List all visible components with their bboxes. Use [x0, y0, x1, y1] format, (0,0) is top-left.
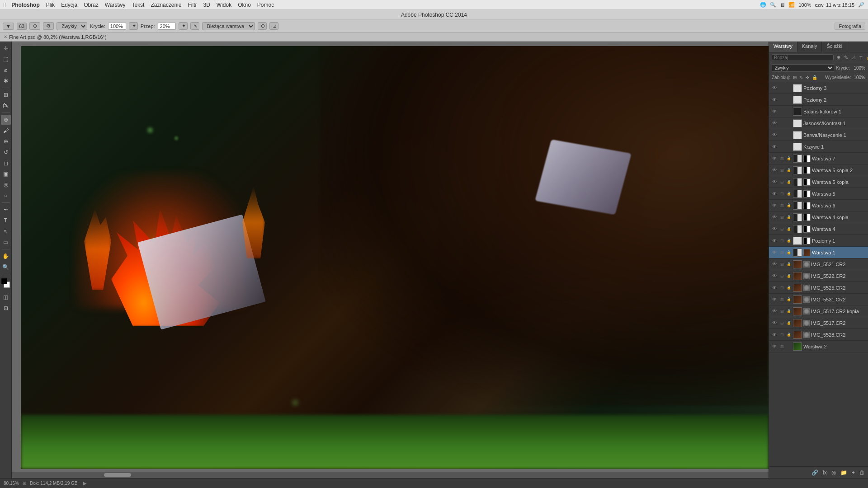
layer-row[interactable]: 👁⊞🔒Poziomy 1: [769, 235, 868, 247]
menu-plik[interactable]: Plik: [46, 2, 55, 8]
layer-row[interactable]: 👁⊞🔒IMG_5517.CR2 kopia: [769, 305, 868, 317]
eraser-tool[interactable]: ◻: [1, 158, 11, 168]
new-group-btn[interactable]: 📁: [839, 469, 849, 476]
tab-sciezki[interactable]: Ścieżki: [822, 42, 847, 52]
hscroll-thumb[interactable]: [104, 473, 131, 477]
layer-row[interactable]: 👁⊞🔒Warstwa 4 kopia: [769, 211, 868, 223]
layer-row[interactable]: 👁⊞🔒Warstwa 5 kopia: [769, 176, 868, 188]
tab-close[interactable]: ✕: [4, 34, 7, 39]
layer-row[interactable]: 👁⊞🔒Warstwa 4: [769, 223, 868, 235]
layer-visibility-icon[interactable]: 👁: [771, 121, 778, 126]
layer-row[interactable]: 👁Jasność/Kontrast 1: [769, 117, 868, 129]
new-layer-btn[interactable]: +: [850, 469, 856, 476]
play-btn[interactable]: ▶: [83, 481, 87, 486]
zoom-tool[interactable]: 🔍: [1, 262, 11, 272]
canvas-area[interactable]: [12, 42, 769, 478]
tab-kanaly[interactable]: Kanały: [797, 42, 822, 52]
lock-transparent-icon[interactable]: ⊞: [793, 75, 797, 80]
layer-row[interactable]: 👁Balans kolorów 1: [769, 106, 868, 117]
layer-visibility-icon[interactable]: 👁: [771, 191, 778, 196]
airbrush-btn[interactable]: ∿: [190, 22, 199, 30]
layer-visibility-icon[interactable]: 👁: [771, 250, 778, 255]
layer-visibility-icon[interactable]: 👁: [771, 132, 778, 137]
layer-visibility-icon[interactable]: 👁: [771, 238, 778, 243]
brush-toggle[interactable]: ⊿: [269, 22, 278, 30]
text-tool[interactable]: T: [1, 216, 11, 225]
hand-tool[interactable]: ✋: [1, 251, 11, 261]
gradient-tool[interactable]: ▣: [1, 169, 11, 179]
layer-row[interactable]: 👁⊞🔒Warstwa 1: [769, 247, 868, 258]
lock-position-icon[interactable]: ✛: [806, 75, 809, 80]
quick-mask-btn[interactable]: ◫: [1, 292, 11, 302]
layer-row[interactable]: 👁Poziomy 3: [769, 82, 868, 94]
layer-row[interactable]: 👁⊞🔒Warstwa 5 kopia 2: [769, 164, 868, 176]
layer-visibility-icon[interactable]: 👁: [771, 297, 778, 302]
menu-filtr[interactable]: Filtr: [188, 2, 197, 8]
pen-tool[interactable]: ✒: [1, 205, 11, 215]
menu-widok[interactable]: Widok: [217, 2, 231, 8]
document-tab[interactable]: ✕ Fine Art.psd @ 80,2% (Warstwa 1,RGB/16…: [0, 33, 868, 42]
menu-obraz[interactable]: Obraz: [84, 2, 99, 8]
horizontal-scrollbar[interactable]: [12, 472, 769, 478]
panel-icon-2[interactable]: ✎: [843, 55, 849, 61]
search-spotlight[interactable]: 🔎: [858, 2, 864, 8]
layer-visibility-icon[interactable]: 👁: [771, 262, 778, 267]
layer-row[interactable]: 👁Poziomy 2: [769, 94, 868, 106]
layers-search[interactable]: [772, 54, 834, 61]
add-mask-btn[interactable]: ◎: [830, 469, 837, 476]
brush-options-btn[interactable]: ⚙: [43, 22, 54, 30]
layer-row[interactable]: 👁⊞🔒Warstwa 7: [769, 153, 868, 164]
blur-tool[interactable]: ◎: [1, 180, 11, 190]
panel-icon-3[interactable]: ⊿: [851, 55, 857, 61]
layer-visibility-icon[interactable]: 👁: [771, 332, 778, 337]
layer-visibility-icon[interactable]: 👁: [771, 156, 778, 161]
heal-tool[interactable]: ⊛: [1, 115, 11, 125]
eyedropper-tool[interactable]: 🖎: [1, 101, 11, 111]
layer-visibility-icon[interactable]: 👁: [771, 215, 778, 220]
brush-preset-btn[interactable]: ⊙: [29, 22, 40, 30]
path-select-tool[interactable]: ↖: [1, 226, 11, 236]
layer-row[interactable]: 👁⊞🔒IMG_5517.CR2: [769, 317, 868, 329]
przep-pressure[interactable]: ✦: [179, 22, 188, 30]
menu-warstwy[interactable]: Warstwy: [105, 2, 126, 8]
lock-all-icon[interactable]: 🔒: [812, 75, 817, 80]
krycie-input[interactable]: [108, 23, 126, 30]
lock-pixels-icon[interactable]: ✎: [799, 75, 803, 80]
history-brush-tool[interactable]: ↺: [1, 147, 11, 157]
panel-icon-4[interactable]: T: [859, 55, 863, 61]
layer-visibility-icon[interactable]: 👁: [771, 109, 778, 114]
zoom-fit-btn[interactable]: ⊞: [23, 481, 26, 486]
layer-row[interactable]: 👁⊞🔒Warstwa 5: [769, 188, 868, 200]
layer-row[interactable]: 👁Krzywe 1: [769, 141, 868, 153]
panel-icon-1[interactable]: ⊞: [835, 55, 841, 61]
screen-mode-btn[interactable]: ⊡: [1, 303, 11, 313]
apple-menu[interactable]: : [4, 1, 6, 9]
magic-wand-tool[interactable]: ✱: [1, 76, 11, 86]
layer-visibility-icon[interactable]: 👁: [771, 344, 778, 349]
menu-3d[interactable]: 3D: [203, 2, 210, 8]
dodge-tool[interactable]: ○: [1, 191, 11, 201]
layer-row[interactable]: 👁⊞Warstwa 2: [769, 341, 868, 352]
clone-tool[interactable]: ⊕: [1, 136, 11, 146]
layer-visibility-icon[interactable]: 👁: [771, 309, 778, 314]
add-style-btn[interactable]: fx: [821, 469, 828, 476]
lasso-tool[interactable]: ⌀: [1, 65, 11, 75]
crop-tool[interactable]: ⊞: [1, 90, 11, 100]
layer-row[interactable]: 👁⊞🔒Warstwa 6: [769, 200, 868, 211]
layer-row[interactable]: 👁⊞🔒IMG_5521.CR2: [769, 258, 868, 270]
tab-warstwy[interactable]: Warstwy: [769, 42, 797, 52]
tool-preset-picker[interactable]: ▼: [3, 23, 14, 30]
layer-visibility-icon[interactable]: 👁: [771, 203, 778, 208]
shape-tool[interactable]: ▭: [1, 237, 11, 247]
menu-tekst[interactable]: Tekst: [132, 2, 144, 8]
brush-tool[interactable]: 🖌: [1, 126, 11, 136]
blend-mode-select[interactable]: Zwykły: [772, 64, 834, 72]
layer-visibility-icon[interactable]: 👁: [771, 97, 778, 102]
foreground-color-swatch[interactable]: [1, 278, 7, 284]
move-tool[interactable]: ✛: [1, 43, 11, 53]
menu-zaznaczenie[interactable]: Zaznaczenie: [151, 2, 181, 8]
layer-select[interactable]: Bieżąca warstwa: [202, 22, 255, 30]
layer-row[interactable]: 👁Barwa/Nasycenie 1: [769, 129, 868, 141]
layer-visibility-icon[interactable]: 👁: [771, 85, 778, 90]
menu-pomoc[interactable]: Pomoc: [257, 2, 274, 8]
